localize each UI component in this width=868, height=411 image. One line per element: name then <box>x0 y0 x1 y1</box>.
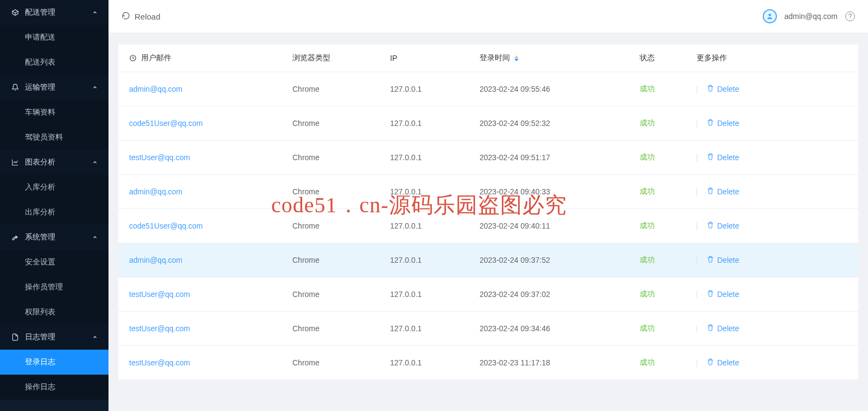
chevron-up-icon <box>92 83 98 92</box>
submenu-item[interactable]: 驾驶员资料 <box>0 125 108 150</box>
cell-ip: 127.0.0.1 <box>381 346 471 380</box>
sort-icon[interactable] <box>514 55 519 61</box>
cell-browser: Chrome <box>284 243 381 277</box>
trash-icon <box>707 187 714 196</box>
cell-ip: 127.0.0.1 <box>381 175 471 209</box>
cell-ip: 127.0.0.1 <box>381 72 471 106</box>
menu-group-label: 配送管理 <box>25 8 55 17</box>
delete-button[interactable]: Delete <box>707 187 739 196</box>
cell-login-time: 2023-02-24 09:37:52 <box>471 243 631 277</box>
avatar[interactable] <box>763 9 777 23</box>
divider <box>697 86 697 93</box>
menu-group-4[interactable]: 日志管理 <box>0 325 108 350</box>
email-link[interactable]: testUser@qq.com <box>129 290 190 299</box>
col-browser[interactable]: 浏览器类型 <box>284 45 381 72</box>
email-link[interactable]: admin@qq.com <box>129 187 182 196</box>
email-link[interactable]: testUser@qq.com <box>129 358 190 367</box>
menu-group-2[interactable]: 图表分析 <box>0 150 108 175</box>
status-badge: 成功 <box>640 221 655 230</box>
delete-button[interactable]: Delete <box>707 85 739 93</box>
user-email[interactable]: admin@qq.com <box>784 12 838 21</box>
submenu-item[interactable]: 车辆资料 <box>0 100 108 125</box>
cell-login-time: 2023-02-24 09:55:46 <box>471 72 631 106</box>
col-ip[interactable]: IP <box>381 45 471 72</box>
clock-icon <box>129 54 137 62</box>
cell-browser: Chrome <box>284 72 381 106</box>
menu-group-1[interactable]: 运输管理 <box>0 75 108 100</box>
col-login-time[interactable]: 登录时间 <box>471 45 631 72</box>
trash-icon <box>707 256 714 264</box>
chevron-up-icon <box>92 233 98 242</box>
table-row: admin@qq.comChrome127.0.0.12023-02-24 09… <box>118 72 858 106</box>
cell-login-time: 2023-02-24 09:40:33 <box>471 175 631 209</box>
status-badge: 成功 <box>640 289 655 298</box>
email-link[interactable]: testUser@qq.com <box>129 324 190 333</box>
delete-label: Delete <box>717 153 739 162</box>
email-link[interactable]: code51User@qq.com <box>129 222 203 230</box>
file-icon <box>11 333 20 342</box>
col-status[interactable]: 状态 <box>631 45 688 72</box>
delete-label: Delete <box>717 222 739 230</box>
submenu-item[interactable]: 登录日志 <box>0 350 108 375</box>
help-icon[interactable]: ? <box>845 11 855 21</box>
cell-ip: 127.0.0.1 <box>381 243 471 277</box>
cell-browser: Chrome <box>284 141 381 175</box>
topbar: Reload admin@qq.com ? <box>108 0 868 33</box>
divider <box>697 257 697 264</box>
cell-browser: Chrome <box>284 209 381 243</box>
delete-button[interactable]: Delete <box>707 324 739 333</box>
email-link[interactable]: admin@qq.com <box>129 85 182 93</box>
sidebar: 配送管理申请配送配送列表运输管理车辆资料驾驶员资料图表分析入库分析出库分析系统管… <box>0 0 108 411</box>
delete-button[interactable]: Delete <box>707 153 739 162</box>
status-badge: 成功 <box>640 118 655 127</box>
status-badge: 成功 <box>640 153 655 161</box>
email-link[interactable]: testUser@qq.com <box>129 153 190 162</box>
bell-icon <box>11 83 20 92</box>
cell-ip: 127.0.0.1 <box>381 141 471 175</box>
wrench-icon <box>11 233 20 242</box>
menu-group-0[interactable]: 配送管理 <box>0 0 108 25</box>
status-badge: 成功 <box>640 84 655 93</box>
submenu-item[interactable]: 权限列表 <box>0 300 108 325</box>
table-row: testUser@qq.comChrome127.0.0.12023-02-24… <box>118 141 858 175</box>
table-header-row: 用户邮件 浏览器类型 IP 登录时间 状态 更多操作 <box>118 45 858 72</box>
submenu-item[interactable]: 申请配送 <box>0 25 108 50</box>
submenu-item[interactable]: 操作员管理 <box>0 275 108 300</box>
divider <box>697 359 697 367</box>
cell-login-time: 2023-02-24 09:37:02 <box>471 277 631 312</box>
menu-group-3[interactable]: 系统管理 <box>0 225 108 250</box>
delete-button[interactable]: Delete <box>707 222 739 230</box>
cell-browser: Chrome <box>284 277 381 312</box>
menu-group-label: 系统管理 <box>25 232 55 242</box>
chevron-up-icon <box>92 8 98 17</box>
submenu-item[interactable]: 入库分析 <box>0 175 108 200</box>
delete-button[interactable]: Delete <box>707 290 739 299</box>
delete-button[interactable]: Delete <box>707 358 739 367</box>
cell-ip: 127.0.0.1 <box>381 106 471 141</box>
divider <box>697 223 697 230</box>
divider <box>697 154 697 162</box>
col-actions[interactable]: 更多操作 <box>688 45 858 72</box>
submenu-item[interactable]: 配送列表 <box>0 50 108 75</box>
table-row: testUser@qq.comChrome127.0.0.12023-02-23… <box>118 346 858 380</box>
delete-label: Delete <box>717 358 739 367</box>
email-link[interactable]: admin@qq.com <box>129 256 182 264</box>
trash-icon <box>707 153 714 162</box>
submenu-item[interactable]: 操作日志 <box>0 375 108 400</box>
delete-button[interactable]: Delete <box>707 256 739 264</box>
chevron-up-icon <box>92 158 98 167</box>
status-badge: 成功 <box>640 187 655 195</box>
reload-label: Reload <box>135 12 161 21</box>
submenu-item[interactable]: 出库分析 <box>0 200 108 225</box>
email-link[interactable]: code51User@qq.com <box>129 119 203 128</box>
delete-button[interactable]: Delete <box>707 119 739 128</box>
status-badge: 成功 <box>640 324 655 332</box>
cell-ip: 127.0.0.1 <box>381 209 471 243</box>
col-email[interactable]: 用户邮件 <box>118 45 284 72</box>
table-row: testUser@qq.comChrome127.0.0.12023-02-24… <box>118 312 858 346</box>
table-row: code51User@qq.comChrome127.0.0.12023-02-… <box>118 106 858 141</box>
delete-label: Delete <box>717 256 739 264</box>
reload-button[interactable]: Reload <box>122 11 161 22</box>
submenu-item[interactable]: 安全设置 <box>0 250 108 275</box>
svg-point-0 <box>768 14 771 16</box>
